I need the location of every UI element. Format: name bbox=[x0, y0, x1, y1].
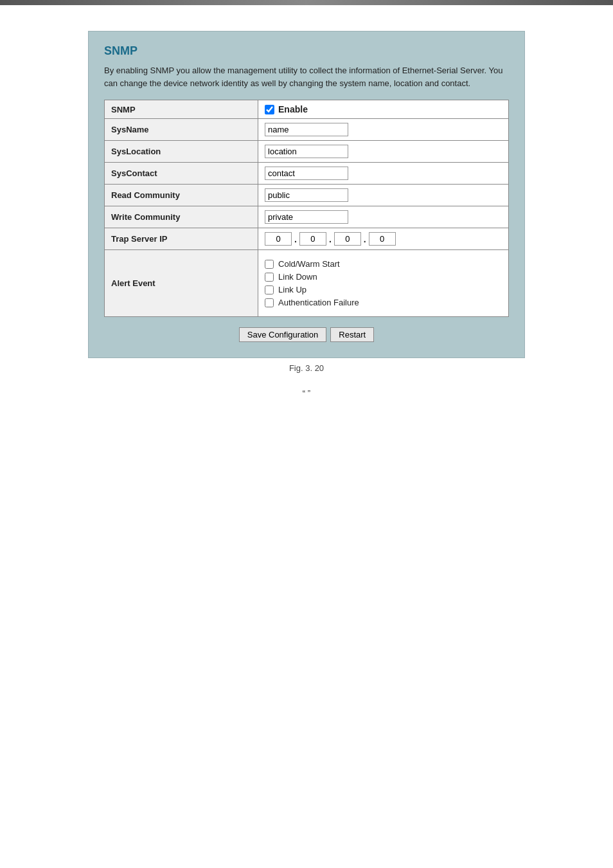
label-alert-event: Alert Event bbox=[105, 250, 258, 317]
fig-caption: Fig. 3. 20 bbox=[39, 363, 574, 373]
alert-item: Link Down bbox=[265, 272, 502, 282]
enable-row: Enable bbox=[265, 104, 502, 114]
label-snmp: SNMP bbox=[105, 100, 258, 119]
value-sysname bbox=[258, 119, 509, 141]
table-row: SNMP Enable bbox=[105, 100, 509, 119]
ip-octet-1[interactable] bbox=[265, 232, 292, 246]
table-row: Alert Event Cold/Warm Start Link Down bbox=[105, 250, 509, 317]
table-row: Read Community bbox=[105, 185, 509, 206]
value-alert-event: Cold/Warm Start Link Down Link Up bbox=[258, 250, 509, 317]
card-description: By enabling SNMP you allow the managemen… bbox=[104, 64, 509, 89]
label-trap-server-ip: Trap Server IP bbox=[105, 228, 258, 250]
snmp-enable-checkbox[interactable] bbox=[265, 105, 274, 114]
card-title: SNMP bbox=[104, 44, 509, 58]
ip-octet-4[interactable] bbox=[369, 232, 396, 246]
alert-authfailure-label: Authentication Failure bbox=[278, 298, 359, 307]
label-sysname: SysName bbox=[105, 119, 258, 141]
value-write-community bbox=[258, 206, 509, 228]
alert-linkdown-label: Link Down bbox=[278, 272, 317, 282]
alert-item: Authentication Failure bbox=[265, 298, 502, 307]
value-syscontact bbox=[258, 163, 509, 185]
sysname-input[interactable] bbox=[265, 123, 348, 136]
table-row: Trap Server IP . . . bbox=[105, 228, 509, 250]
ip-row: . . . bbox=[265, 232, 502, 246]
table-row: Write Community bbox=[105, 206, 509, 228]
restart-button[interactable]: Restart bbox=[330, 327, 374, 342]
table-row: SysName bbox=[105, 119, 509, 141]
button-row: Save Configuration Restart bbox=[104, 327, 509, 342]
value-snmp: Enable bbox=[258, 100, 509, 119]
enable-label: Enable bbox=[278, 104, 308, 114]
bottom-note: “ ” bbox=[39, 388, 574, 398]
write-community-input[interactable] bbox=[265, 210, 348, 224]
value-trap-server-ip: . . . bbox=[258, 228, 509, 250]
top-bar bbox=[0, 0, 613, 5]
ip-sep-3: . bbox=[362, 234, 368, 244]
label-read-community: Read Community bbox=[105, 185, 258, 206]
label-syslocation: SysLocation bbox=[105, 141, 258, 163]
table-row: SysLocation bbox=[105, 141, 509, 163]
snmp-table: SNMP Enable SysName bbox=[104, 100, 509, 317]
value-syslocation bbox=[258, 141, 509, 163]
ip-octet-3[interactable] bbox=[334, 232, 361, 246]
page-wrapper: SNMP By enabling SNMP you allow the mana… bbox=[0, 18, 613, 411]
alert-linkup-checkbox[interactable] bbox=[265, 285, 274, 294]
label-write-community: Write Community bbox=[105, 206, 258, 228]
snmp-card: SNMP By enabling SNMP you allow the mana… bbox=[88, 31, 525, 358]
label-syscontact: SysContact bbox=[105, 163, 258, 185]
ip-sep-1: . bbox=[293, 234, 298, 244]
ip-sep-2: . bbox=[328, 234, 333, 244]
alert-coldwarm-label: Cold/Warm Start bbox=[278, 259, 340, 269]
alert-item: Cold/Warm Start bbox=[265, 259, 502, 269]
alert-event-cell: Cold/Warm Start Link Down Link Up bbox=[265, 254, 502, 312]
alert-authfailure-checkbox[interactable] bbox=[265, 298, 274, 307]
value-read-community bbox=[258, 185, 509, 206]
ip-octet-2[interactable] bbox=[299, 232, 326, 246]
table-row: SysContact bbox=[105, 163, 509, 185]
read-community-input[interactable] bbox=[265, 188, 348, 202]
syscontact-input[interactable] bbox=[265, 167, 348, 180]
alert-linkup-label: Link Up bbox=[278, 285, 306, 294]
syslocation-input[interactable] bbox=[265, 145, 348, 158]
alert-coldwarm-checkbox[interactable] bbox=[265, 260, 274, 269]
alert-linkdown-checkbox[interactable] bbox=[265, 273, 274, 282]
alert-item: Link Up bbox=[265, 285, 502, 294]
save-configuration-button[interactable]: Save Configuration bbox=[239, 327, 327, 342]
